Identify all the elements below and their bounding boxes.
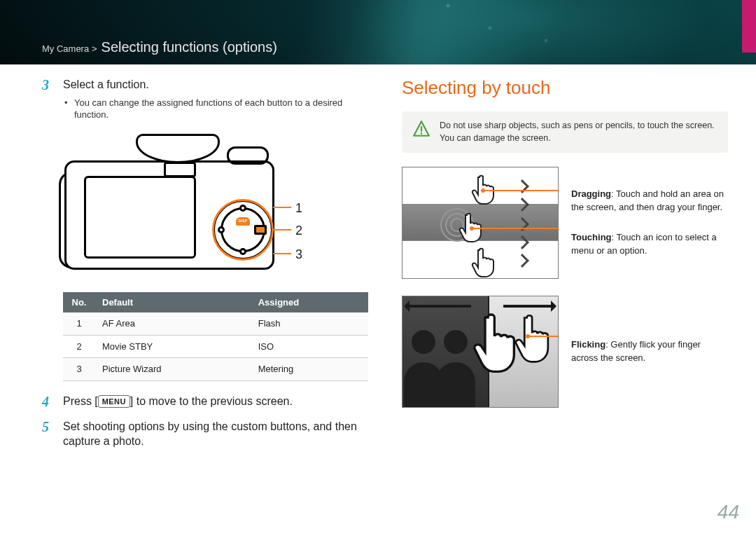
table-row: 3 Picture Wizard Metering: [63, 358, 368, 381]
hand-pointer-icon: [471, 312, 516, 382]
breadcrumb-parent: My Camera: [42, 43, 89, 54]
touching-desc: Touching: Touch an icon to select a menu…: [571, 231, 728, 258]
step-5: 5 Set shooting options by using the cust…: [42, 419, 368, 449]
section-title: Selecting by touch: [402, 77, 728, 99]
th-default: Default: [95, 292, 251, 313]
gesture-figure-list: [402, 167, 559, 279]
hand-pointer-icon: [470, 246, 498, 278]
menu-button-icon: MENU: [98, 395, 130, 408]
dragging-desc: Dragging: Touch and hold an area on the …: [571, 188, 728, 214]
table-header-row: No. Default Assigned: [63, 292, 368, 313]
warning-text: Do not use sharp objects, such as pens o…: [440, 120, 718, 144]
step-3-bullet: You can change the assigned functions of…: [64, 97, 368, 121]
warning-icon: [412, 120, 431, 138]
left-column: 3 Select a function. You can change the …: [42, 77, 368, 494]
step-number: 3: [42, 77, 53, 381]
step-5-text: Set shooting options by using the custom…: [63, 419, 368, 449]
breadcrumb: My Camera > Selecting functions (options…: [42, 39, 277, 55]
step-number: 5: [42, 419, 53, 449]
callout-2: 2: [295, 222, 302, 239]
arrow-right-icon: [503, 305, 554, 308]
callout-3: 3: [295, 246, 302, 263]
step-3-text: Select a function.: [63, 77, 368, 92]
control-dial: DISP: [213, 200, 273, 260]
th-no: No.: [63, 292, 95, 313]
step-number: 4: [42, 394, 53, 409]
function-table: No. Default Assigned 1 AF Area Flash: [63, 292, 368, 381]
gesture-drag-touch: Dragging: Touch and hold an area on the …: [402, 167, 728, 279]
gesture-figure-flick: [402, 296, 559, 408]
step-4-pre: Press [: [63, 395, 98, 407]
flicking-desc: Flicking: Gently flick your finger acros…: [571, 338, 728, 365]
table-row: 2 Movie STBY ISO: [63, 335, 368, 358]
step-3: 3 Select a function. You can change the …: [42, 77, 368, 381]
hand-pointer-icon: [513, 313, 550, 371]
section-tab: [742, 0, 756, 53]
breadcrumb-title: Selecting functions (options): [102, 39, 277, 55]
th-assigned: Assigned: [251, 292, 368, 313]
breadcrumb-sep: >: [92, 43, 97, 54]
warning-box: Do not use sharp objects, such as pens o…: [402, 111, 728, 153]
step-4: 4 Press [MENU] to move to the previous s…: [42, 394, 368, 409]
disp-icon: DISP: [236, 217, 250, 226]
callout-1: 1: [295, 200, 302, 217]
step-4-post: ] to move to the previous screen.: [130, 395, 293, 407]
ok-button-icon: [254, 225, 267, 235]
page-number: 44: [718, 501, 739, 523]
arrow-left-icon: [407, 305, 471, 308]
right-column: Selecting by touch Do not use sharp obje…: [402, 77, 728, 494]
table-row: 1 AF Area Flash: [63, 312, 368, 335]
gesture-flick: Flicking: Gently flick your finger acros…: [402, 296, 728, 408]
svg-point-2: [421, 132, 423, 135]
camera-illustration: DISP 1 2 3: [59, 130, 311, 284]
